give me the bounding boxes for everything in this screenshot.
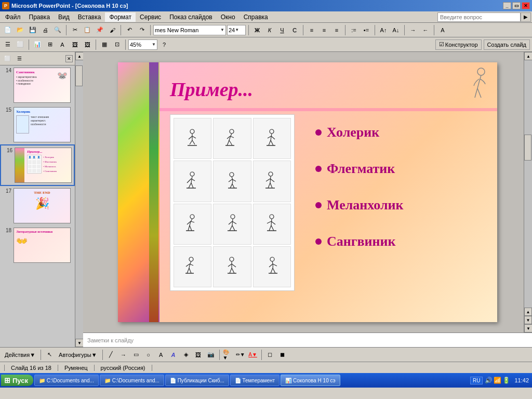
panel-scroll-track[interactable] (75, 60, 83, 339)
autoshapes-dropdown[interactable]: Автофигуры ▼ (56, 349, 99, 361)
taskbar-btn-3[interactable]: 📄 Публикации Скиб... (165, 375, 229, 386)
panel-scroll-up[interactable]: ▲ (75, 52, 84, 60)
close-panel-button[interactable]: ✕ (65, 55, 73, 62)
cut-button[interactable]: ✂ (69, 24, 81, 36)
main-scroll-pagedown[interactable]: ▼ (524, 316, 532, 324)
taskbar-btn-2[interactable]: 📁 C:\Documents and... (100, 375, 164, 386)
open-button[interactable]: 📂 (15, 24, 26, 36)
shadow-button[interactable]: С (289, 24, 300, 36)
slide-thumb-18[interactable]: 18 Литературные источники 👐 (0, 225, 75, 265)
main-scroll-pageup[interactable]: ▲ (524, 308, 532, 316)
save-button[interactable]: 💾 (27, 24, 38, 36)
slide-thumb-17[interactable]: 17 THE END 🎉 (0, 186, 75, 225)
align-right-button[interactable]: ≡ (331, 24, 342, 36)
help-input[interactable] (437, 12, 521, 22)
decrease-font-button[interactable]: A↓ (390, 24, 402, 36)
menu-view[interactable]: Вид (54, 12, 74, 22)
start-button[interactable]: ⊞ Пуск (1, 375, 33, 386)
taskbar-btn-4[interactable]: 📄 Темперамент (230, 375, 280, 386)
wordart-tool[interactable]: A (168, 349, 179, 361)
main-scroll-thumb[interactable] (524, 135, 531, 161)
preview-button[interactable]: 🔍 (52, 24, 63, 36)
menu-file[interactable]: Файл (1, 12, 25, 22)
underline-button[interactable]: Ч (276, 24, 288, 36)
insert-chart-button[interactable]: 📊 (32, 39, 43, 50)
shadow-style[interactable]: ◻ (264, 349, 276, 361)
copy-button[interactable]: 📋 (82, 24, 93, 36)
font-color-btn[interactable]: A▼ (247, 349, 259, 361)
panel-scroll-down[interactable]: ▼ (75, 339, 84, 347)
fill-color-button[interactable]: 🎨▼ (222, 349, 234, 361)
diagram-tool[interactable]: ◈ (180, 349, 192, 361)
insert-picture-button[interactable]: 🖼 (82, 39, 93, 50)
bullets-button[interactable]: •= (361, 24, 372, 36)
menu-insert[interactable]: Вставка (74, 12, 105, 22)
menu-format[interactable]: Формат (105, 12, 136, 22)
print-button[interactable]: 🖨 (39, 24, 51, 36)
picture-tool[interactable]: 📷 (205, 349, 217, 361)
rect-tool[interactable]: ▭ (130, 349, 142, 361)
line-color-button[interactable]: ✏▼ (235, 349, 246, 361)
align-left-button[interactable]: ≡ (306, 24, 317, 36)
insert-table-button[interactable]: ⊞ (44, 39, 56, 50)
paste-button[interactable]: 📌 (94, 24, 105, 36)
actions-dropdown[interactable]: Действия ▼ (2, 349, 38, 361)
clipart-tool[interactable]: 🖼 (193, 349, 204, 361)
undo-button[interactable]: ↶ (124, 24, 135, 36)
help-button[interactable]: ? (158, 39, 170, 50)
slide-layout-button[interactable]: ▦ (99, 39, 110, 50)
select-button[interactable]: ↖ (44, 349, 55, 361)
ellipse-tool[interactable]: ○ (143, 349, 154, 361)
maximize-button[interactable]: ▭ (512, 2, 521, 9)
menu-tools[interactable]: Сервис (136, 12, 165, 22)
outline-tab-icon[interactable]: ☰ (14, 54, 24, 63)
align-center-button[interactable]: ≡ (318, 24, 330, 36)
3d-style[interactable]: ◼ (277, 349, 288, 361)
zoom-selector[interactable]: 45% ▼ (128, 39, 157, 50)
outline-view-button[interactable]: ☰ (2, 39, 14, 50)
font-color-button[interactable]: A (437, 24, 448, 36)
arrow-tool[interactable]: → (118, 349, 129, 361)
create-slide-button[interactable]: Создать слайд (484, 39, 530, 50)
decrease-indent-button[interactable]: ← (420, 24, 431, 36)
font-name-selector[interactable]: mes New Roman ▼ (153, 25, 226, 35)
new-button[interactable]: 📄 (2, 24, 14, 36)
group-button[interactable]: ⊡ (111, 39, 123, 50)
menu-window[interactable]: Окно (217, 12, 240, 22)
minimize-button[interactable]: _ (503, 2, 511, 9)
slide-thumb-16[interactable]: 16 Пример... 👤 👤 👤 (0, 144, 75, 186)
notes-area[interactable]: Заметки к слайду (83, 332, 532, 347)
menu-edit[interactable]: Правка (25, 12, 55, 22)
slides-tab-icon[interactable]: ⬜ (2, 54, 12, 63)
slide-thumb-15[interactable]: 15 Холерик текст описаниехарактерист.осо… (0, 105, 75, 144)
designer-button[interactable]: ☑ Конструктор (435, 39, 482, 50)
redo-button[interactable]: ↷ (136, 24, 148, 36)
current-slide[interactable]: Пример... (118, 62, 497, 322)
insert-wordart-button[interactable]: A (57, 39, 68, 50)
slide-thumb-14[interactable]: 14 Сангвиник • характеристика• особеннос… (0, 65, 75, 105)
close-button[interactable]: ✕ (522, 2, 530, 9)
slide-panel-scrollbar[interactable]: ▲ ▼ (75, 52, 83, 347)
main-scroll-track[interactable] (524, 60, 532, 308)
textbox-tool[interactable]: A (155, 349, 167, 361)
main-scroll-up[interactable]: ▲ (524, 52, 532, 60)
menu-slideshow[interactable]: Показ слайдов (165, 12, 217, 22)
format-painter[interactable]: 🖌 (107, 24, 118, 36)
taskbar-btn-5[interactable]: 📊 Соколова Н 10 сэ (281, 375, 340, 386)
menu-help[interactable]: Справка (240, 12, 272, 22)
increase-font-button[interactable]: A↑ (378, 24, 389, 36)
lang-indicator[interactable]: RU (470, 377, 483, 384)
insert-clipart-button[interactable]: 🖼 (69, 39, 81, 50)
help-search-button[interactable]: ▶ (521, 12, 531, 22)
main-scroll-down[interactable]: ▼ (524, 324, 532, 332)
slide-view-button[interactable]: ⬜ (15, 39, 26, 50)
italic-button[interactable]: К (264, 24, 275, 36)
panel-scroll-thumb[interactable] (75, 65, 83, 86)
taskbar-btn-1[interactable]: 📁 C:\Documents and... (34, 375, 99, 386)
line-tool[interactable]: ╱ (105, 349, 117, 361)
main-scrollbar-v[interactable]: ▲ ▲ ▼ ▼ (524, 52, 532, 332)
bold-button[interactable]: Ж (251, 24, 263, 36)
increase-indent-button[interactable]: → (407, 24, 419, 36)
font-size-selector[interactable]: 24 ▼ (227, 25, 246, 35)
numbering-button[interactable]: := (348, 24, 360, 36)
